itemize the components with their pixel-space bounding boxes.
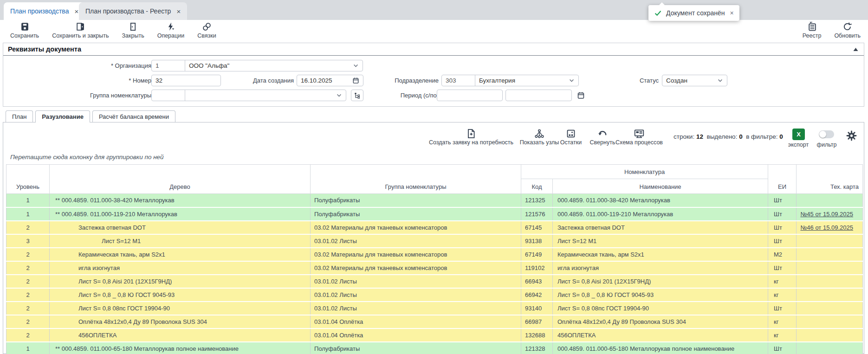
column-header-group[interactable]: Группа номенклатуры [311, 165, 521, 194]
requisites-title: Реквизиты документа [3, 43, 864, 56]
operations-label: Операции [157, 32, 184, 39]
close-button[interactable]: Закрыть [122, 22, 144, 39]
table-row[interactable]: 2 Застежка ответная DOT 03.02 Материалы … [6, 221, 863, 234]
razuzlovanie-panel: Создать заявку на потребность Показать у… [3, 122, 864, 354]
rows-count-value: 12 [696, 133, 703, 140]
cell-unit: М2 [768, 248, 797, 261]
table-row[interactable]: 2 игла изогнутая 03.02 Материалы для тка… [6, 261, 863, 275]
export-excel-button[interactable]: X [792, 129, 805, 140]
cell-group: 03.01.02 Листы [311, 275, 521, 288]
selected-count-value: 0 [739, 133, 743, 140]
cell-unit: кг [768, 275, 797, 288]
tab-balance[interactable]: Расчёт баланса времени [92, 110, 175, 122]
cell-code: 121328 [521, 342, 553, 354]
cell-code: 93140 [521, 302, 553, 315]
column-header-tech-card[interactable]: Тех. карта [797, 165, 863, 194]
collapse-panel-icon[interactable] [853, 47, 858, 51]
nodes-tree-icon [534, 129, 544, 139]
cell-tree: Лист S= 0,8 Aisi 201 (12Х15Г9НД) [50, 275, 311, 288]
status-select[interactable]: Создан [662, 75, 727, 86]
cell-code: 66942 [521, 288, 553, 302]
cell-code: 121576 [521, 207, 553, 221]
cell-level: 2 [6, 261, 50, 275]
tab-close-icon[interactable]: × [74, 8, 78, 15]
table-row[interactable]: 2 456ОПЛЕТКА 03.01.04 Оплётка 132688 456… [6, 328, 863, 342]
table-row[interactable]: 2 Лист S= 0,8 08пс ГОСТ 19904-90 03.01.0… [6, 302, 863, 315]
cell-tech-card [797, 302, 863, 315]
remains-label: Остатки [560, 139, 582, 146]
column-header-level[interactable]: Уровень [6, 165, 50, 194]
collapse-rows-button[interactable]: Свернуть [588, 129, 617, 146]
cell-tech-card [797, 234, 863, 248]
column-header-unit[interactable]: ЕИ [768, 165, 797, 194]
monitor-icon [634, 129, 645, 139]
cell-level: 2 [6, 315, 50, 328]
grid-counters: строки: 12 выделено: 0 в фильтре: 0 [674, 133, 783, 140]
remains-button[interactable]: Остатки [557, 129, 585, 146]
cell-tree: Керамическая ткань, арм S2x1 [50, 248, 311, 261]
department-name: Бухгалтерия [475, 77, 569, 84]
cell-name: Лист S= 0,8 _ 0,8 Ю ГОСТ 9045-93 [553, 288, 768, 302]
cell-name: игла изогнутая [553, 261, 768, 275]
create-request-button[interactable]: Создать заявку на потребность [429, 129, 513, 146]
tab-plan[interactable]: План [6, 110, 33, 122]
create-request-label: Создать заявку на потребность [429, 139, 513, 146]
operations-button[interactable]: Операции [157, 22, 184, 39]
nomenclature-group-select[interactable] [151, 90, 346, 101]
filter-toggle[interactable] [819, 130, 834, 138]
save-button[interactable]: Сохранить [10, 22, 39, 39]
tab-close-icon[interactable]: × [176, 8, 181, 15]
group-by-drop-zone[interactable]: Перетащите сюда колонку для группировки … [10, 154, 164, 161]
razuzlovanie-grid: Уровень Дерево Группа номенклатуры Номен… [6, 164, 863, 354]
tech-card-link[interactable]: №45 от 15.09.2025 [800, 211, 853, 218]
column-header-code[interactable]: Код [521, 179, 553, 194]
organization-select[interactable]: 1 ООО "Альфа" [151, 60, 363, 71]
cell-group: 03.01.02 Листы [311, 288, 521, 302]
cell-unit: кг [768, 288, 797, 302]
cell-code: 66987 [521, 315, 553, 328]
cell-tree: ** 000.4859. 011.000-38-420 Металлорукав [50, 194, 311, 207]
table-row[interactable]: 2 Лист S= 0,8 Aisi 201 (12Х15Г9НД) 03.01… [6, 275, 863, 288]
process-scheme-button[interactable]: Схема процессов [615, 129, 663, 146]
toast-close-icon[interactable]: × [730, 9, 734, 17]
cell-level: 1 [6, 342, 50, 354]
toast-message: Документ сохранён [666, 9, 725, 17]
window-tab-plan-registry[interactable]: План производства - Реестр × [79, 2, 187, 20]
tech-card-link[interactable]: №46 от 15.09.2025 [800, 224, 853, 231]
refresh-button[interactable]: Обновить [834, 22, 861, 39]
table-row[interactable]: 2 Керамическая ткань, арм S2x1 03.02 Мат… [6, 248, 863, 261]
cell-group: 03.01.02 Листы [311, 302, 521, 315]
table-row[interactable]: 3 Лист S=12 М1 03.01.02 Листы 93138 Лист… [6, 234, 863, 248]
cell-tree: Лист S=12 М1 [50, 234, 311, 248]
cell-group: Полуфабрикаты [311, 342, 521, 354]
gear-icon[interactable] [846, 130, 857, 141]
table-row[interactable]: 1 ** 000.4859. 011.000-119-210 Металлору… [6, 207, 863, 221]
cell-unit: кг [768, 328, 797, 342]
calendar-icon[interactable] [577, 91, 585, 99]
cell-name: Застежка ответная DOT [553, 221, 768, 234]
column-header-nomenclature[interactable]: Номенклатура [521, 165, 768, 179]
period-to-input[interactable] [505, 90, 572, 101]
tab-razuzlovanie[interactable]: Разузлование [35, 110, 90, 122]
cell-code: 93138 [521, 234, 553, 248]
period-from-input[interactable] [437, 90, 503, 101]
table-row[interactable]: 1 ** 000.4859. 011.000-65-180 Металлорук… [6, 342, 863, 354]
links-button[interactable]: Связки [197, 22, 216, 39]
registry-button[interactable]: Реестр [803, 22, 822, 39]
table-row[interactable]: 2 Оплётка 48х12х0,4 Ду 89 Проволока SUS … [6, 315, 863, 328]
save-and-close-button[interactable]: Сохранить и закрыть [52, 22, 109, 39]
column-header-name[interactable]: Наименование [553, 179, 768, 194]
table-row[interactable]: 2 Лист S= 0,8 _ 0,8 Ю ГОСТ 9045-93 03.01… [6, 288, 863, 302]
cell-tech-card [797, 315, 863, 328]
cell-tech-card [797, 194, 863, 207]
cell-tech-card: №45 от 15.09.2025 [797, 207, 863, 221]
cell-tree: Лист S= 0,8 _ 0,8 Ю ГОСТ 9045-93 [50, 288, 311, 302]
cell-group: 03.02 Материалы для тканевых компенсатор… [311, 248, 521, 261]
table-row[interactable]: 1 ** 000.4859. 011.000-38-420 Металлорук… [6, 194, 863, 207]
cell-group: 03.01.04 Оплётка [311, 328, 521, 342]
show-nodes-button[interactable]: Показать узлы [518, 129, 560, 146]
column-header-tree[interactable]: Дерево [50, 165, 311, 194]
rows-count-label: строки: [674, 133, 694, 140]
requisites-panel: Реквизиты документа * Организация 1 ООО … [3, 43, 864, 107]
window-tab-plan[interactable]: План производства × [4, 2, 85, 20]
